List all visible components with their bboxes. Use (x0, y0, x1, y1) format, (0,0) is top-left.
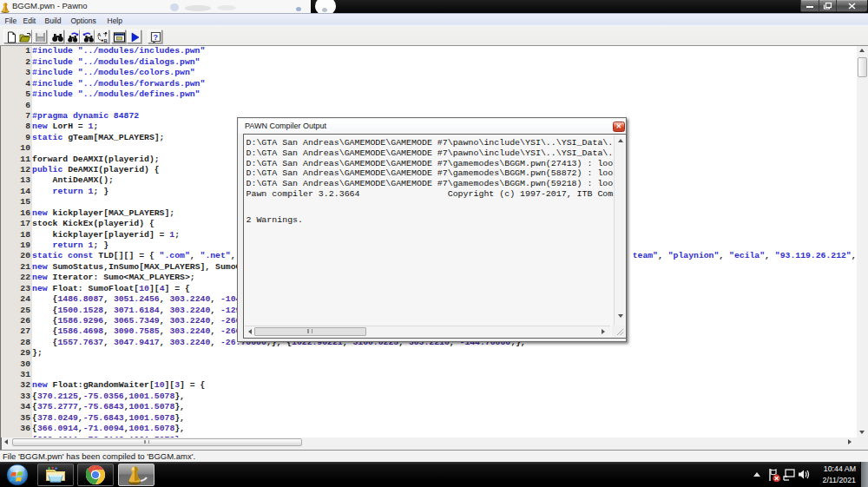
svg-text:B: B (103, 38, 108, 43)
svg-text:A: A (97, 32, 102, 37)
svg-text:?: ? (153, 33, 158, 42)
